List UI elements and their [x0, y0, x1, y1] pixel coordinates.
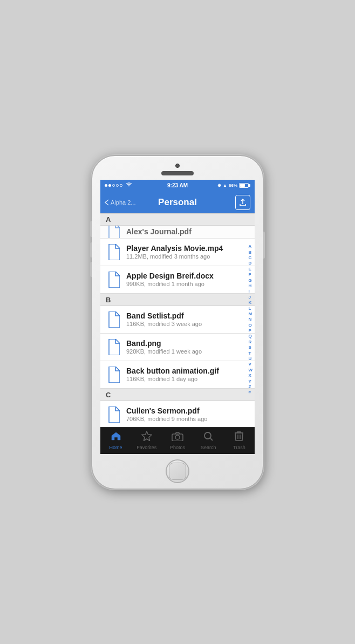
file-icon	[106, 310, 121, 329]
alpha-v[interactable]: V	[247, 362, 254, 367]
file-name: Player Analysis Movie.mp4	[126, 244, 249, 253]
file-name: Back button animation.gif	[126, 367, 249, 375]
alpha-u[interactable]: U	[247, 356, 254, 362]
file-meta: 116KB, modified 3 week ago	[126, 321, 249, 327]
file-info: Band Setlist.pdf 116KB, modified 3 week …	[126, 311, 249, 327]
alpha-o[interactable]: O	[247, 323, 254, 328]
section-header-c: C	[100, 389, 255, 401]
tab-photos-label: Photos	[170, 445, 185, 450]
file-row[interactable]: Band Setlist.pdf 116KB, modified 3 week …	[100, 306, 255, 334]
file-name: Apple Design Breif.docx	[126, 272, 249, 280]
file-icon	[106, 365, 121, 384]
alpha-h[interactable]: H	[247, 283, 254, 289]
file-name: Band.png	[126, 339, 249, 348]
alpha-t[interactable]: T	[247, 351, 254, 356]
file-icon	[106, 243, 121, 261]
alpha-p[interactable]: P	[247, 328, 254, 334]
camera-icon	[172, 431, 183, 444]
signal-dot-5	[120, 184, 122, 187]
nav-header: Alpha 2... Personal	[100, 192, 255, 213]
battery-percentage: 66%	[229, 183, 237, 188]
alpha-w[interactable]: W	[247, 368, 254, 373]
tab-home[interactable]: Home	[100, 431, 131, 450]
tab-bar: Home Favorites	[100, 427, 255, 454]
alpha-c[interactable]: C	[247, 255, 254, 261]
file-row[interactable]: Cullen's Sermon.pdf 706KB, modified 9 mo…	[100, 401, 255, 427]
file-meta: 706KB, modified 9 months ago	[126, 416, 249, 422]
file-row[interactable]: Back button animation.gif 116KB, modifie…	[100, 361, 255, 389]
file-row[interactable]: Player Analysis Movie.mp4 11.2MB, modifi…	[100, 239, 255, 266]
alpha-y[interactable]: Y	[247, 379, 254, 384]
alpha-j[interactable]: J	[247, 295, 254, 300]
speaker	[161, 171, 194, 175]
file-row[interactable]: Apple Design Breif.docx 990KB, modified …	[100, 266, 255, 294]
volume-up-button[interactable]	[90, 242, 92, 257]
alpha-e[interactable]: E	[247, 267, 254, 272]
upload-button[interactable]	[235, 195, 250, 210]
svg-point-1	[175, 435, 180, 439]
file-icon	[106, 270, 121, 289]
trash-icon	[235, 431, 243, 444]
file-meta: 990KB, modified 1 month ago	[126, 281, 249, 287]
section-header-a: A	[100, 213, 255, 226]
alpha-r[interactable]: R	[247, 340, 254, 345]
file-row[interactable]: Alex's Journal.pdf	[100, 226, 255, 239]
alpha-l[interactable]: L	[247, 306, 254, 311]
alpha-b[interactable]: B	[247, 250, 254, 255]
file-meta: 11.2MB, modified 3 months ago	[126, 253, 249, 260]
file-info: Cullen's Sermon.pdf 706KB, modified 9 mo…	[126, 406, 249, 422]
status-bar: 9:23 AM ⊕ ▲ 66%	[100, 180, 255, 192]
status-right: ⊕ ▲ 66%	[217, 183, 250, 188]
wifi-icon	[126, 182, 132, 188]
alpha-a[interactable]: A	[247, 244, 254, 249]
home-button[interactable]	[166, 459, 189, 483]
tab-favorites-label: Favorites	[136, 445, 156, 450]
alpha-d[interactable]: D	[247, 261, 254, 266]
alpha-q[interactable]: Q	[247, 334, 254, 339]
alpha-k[interactable]: K	[247, 300, 254, 306]
tab-home-label: Home	[110, 445, 122, 450]
back-button[interactable]: Alpha 2...	[105, 199, 135, 206]
alpha-m[interactable]: M	[247, 311, 254, 317]
file-icon	[106, 226, 121, 239]
tab-favorites[interactable]: Favorites	[131, 431, 162, 450]
tab-trash-label: Trash	[233, 445, 245, 450]
alpha-f[interactable]: F	[247, 272, 254, 277]
file-row[interactable]: Band.png 920KB, modified 1 week ago	[100, 334, 255, 361]
location-icon: ⊕	[217, 183, 221, 188]
tab-search-label: Search	[201, 445, 216, 450]
status-time: 9:23 AM	[167, 182, 188, 188]
file-meta: 116KB, modified 1 day ago	[126, 376, 249, 382]
signal-dot-2	[108, 184, 111, 187]
file-name: Alex's Journal.pdf	[126, 227, 249, 236]
volume-down-button[interactable]	[90, 262, 92, 277]
file-info: Band.png 920KB, modified 1 week ago	[126, 339, 249, 355]
alpha-g[interactable]: G	[247, 278, 254, 283]
svg-point-2	[204, 432, 211, 439]
file-name: Band Setlist.pdf	[126, 311, 249, 320]
tab-photos[interactable]: Photos	[162, 431, 193, 450]
alpha-i[interactable]: I	[247, 289, 254, 294]
alpha-x[interactable]: X	[247, 373, 254, 378]
alpha-s[interactable]: S	[247, 345, 254, 350]
signal-dot-3	[112, 184, 115, 187]
file-name: Cullen's Sermon.pdf	[126, 406, 249, 415]
file-list: A Alex's Journal.pdf	[100, 213, 255, 427]
search-icon	[203, 431, 213, 444]
alpha-index[interactable]: A B C D E F G H I J K L M N O P Q	[247, 213, 254, 427]
alpha-z[interactable]: Z	[247, 384, 254, 390]
camera	[175, 164, 180, 168]
star-icon	[141, 431, 152, 444]
status-left	[105, 182, 132, 188]
alpha-hash[interactable]: #	[247, 390, 254, 395]
file-icon	[106, 338, 121, 356]
signal-dot-4	[116, 184, 119, 187]
file-info: Apple Design Breif.docx 990KB, modified …	[126, 272, 249, 287]
tab-trash[interactable]: Trash	[224, 431, 255, 450]
file-meta: 920KB, modified 1 week ago	[126, 348, 249, 355]
section-header-b: B	[100, 294, 255, 306]
arrow-icon: ▲	[223, 183, 227, 188]
nav-title: Personal	[158, 197, 197, 208]
alpha-n[interactable]: N	[247, 317, 254, 322]
tab-search[interactable]: Search	[193, 431, 224, 450]
